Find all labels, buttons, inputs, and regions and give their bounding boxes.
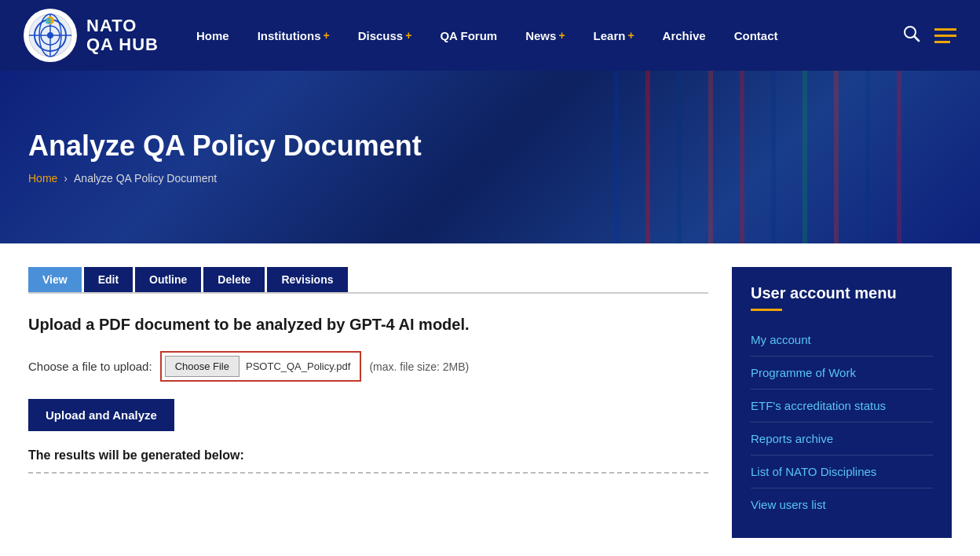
logo-area[interactable]: 🌐 NATO QA HUB	[24, 9, 159, 62]
file-name-display: PSOTC_QA_Policy.pdf	[246, 360, 357, 372]
sidebar-link-users[interactable]: View users list	[751, 488, 933, 521]
tab-delete[interactable]: Delete	[203, 267, 265, 292]
svg-line-10	[915, 36, 920, 41]
main-layout: View Edit Outline Delete Revisions Uploa…	[0, 243, 980, 556]
breadcrumb-home-link[interactable]: Home	[28, 172, 57, 185]
results-divider	[28, 472, 708, 474]
hero-title: Analyze QA Policy Document	[28, 130, 952, 163]
search-button[interactable]	[903, 25, 920, 46]
nav-contact[interactable]: Contact	[720, 0, 792, 71]
nav-plus-icon: +	[627, 29, 634, 42]
section-title: Upload a PDF document to be analyzed by …	[28, 316, 708, 334]
nav-learn[interactable]: Learn+	[580, 0, 649, 71]
upload-analyze-button[interactable]: Upload and Analyze	[28, 399, 174, 431]
tabs-bar: View Edit Outline Delete Revisions	[28, 267, 708, 294]
sidebar-link-account[interactable]: My account	[751, 324, 933, 357]
nav-plus-icon: +	[405, 29, 411, 42]
site-header: 🌐 NATO QA HUB Home Institutions+ Discuss…	[0, 0, 980, 71]
svg-text:🌐: 🌐	[45, 17, 52, 24]
sidebar-title: User account menu	[751, 284, 933, 302]
nav-home[interactable]: Home	[182, 0, 243, 71]
nav-news[interactable]: News+	[511, 0, 579, 71]
sidebar-link-etf[interactable]: ETF's accreditation status	[751, 390, 933, 422]
choose-file-button[interactable]: Choose File	[165, 356, 240, 377]
file-size-note: (max. file size: 2MB)	[369, 360, 469, 373]
logo-icon: 🌐	[24, 9, 77, 62]
upload-label: Choose a file to upload:	[28, 360, 152, 373]
user-account-sidebar: User account menu My account Programme o…	[732, 267, 952, 538]
nav-discuss[interactable]: Discuss+	[344, 0, 426, 71]
hamburger-menu-button[interactable]	[934, 28, 956, 43]
sidebar-link-disciplines[interactable]: List of NATO Disciplines	[751, 455, 933, 488]
sidebar-link-programme[interactable]: Programme of Work	[751, 357, 933, 390]
nav-institutions[interactable]: Institutions+	[243, 0, 344, 71]
menu-line	[934, 35, 956, 37]
logo-text: NATO QA HUB	[86, 16, 159, 54]
tab-view[interactable]: View	[28, 267, 82, 292]
main-nav: Home Institutions+ Discuss+ QA Forum New…	[182, 0, 903, 71]
tab-edit[interactable]: Edit	[84, 267, 133, 292]
tab-outline[interactable]: Outline	[135, 267, 201, 292]
sidebar-link-reports[interactable]: Reports archive	[751, 422, 933, 455]
file-input-wrapper: Choose File PSOTC_QA_Policy.pdf	[160, 351, 362, 382]
nav-plus-icon: +	[558, 29, 565, 42]
nav-archive[interactable]: Archive	[649, 0, 720, 71]
menu-line	[934, 41, 950, 43]
hero-banner: Analyze QA Policy Document Home › Analyz…	[0, 71, 980, 243]
tab-revisions[interactable]: Revisions	[267, 267, 347, 292]
nav-plus-icon: +	[323, 29, 329, 42]
breadcrumb-separator: ›	[64, 172, 68, 185]
results-label: The results will be generated below:	[28, 448, 708, 463]
sidebar-box: User account menu My account Programme o…	[732, 267, 952, 538]
header-icons	[903, 25, 956, 46]
sidebar-accent-bar	[751, 309, 782, 311]
nav-qa-forum[interactable]: QA Forum	[426, 0, 511, 71]
breadcrumb-current: Analyze QA Policy Document	[74, 172, 217, 185]
breadcrumb: Home › Analyze QA Policy Document	[28, 172, 952, 185]
menu-line	[934, 28, 956, 31]
upload-row: Choose a file to upload: Choose File PSO…	[28, 351, 708, 382]
hero-content: Analyze QA Policy Document Home › Analyz…	[28, 130, 952, 185]
content-area: View Edit Outline Delete Revisions Uploa…	[28, 267, 732, 538]
